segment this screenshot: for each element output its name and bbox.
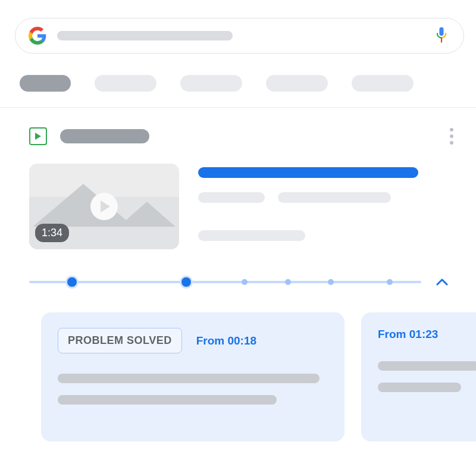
key-moments-timeline[interactable] (29, 277, 421, 287)
key-moment-cards: PROBLEM SOLVED From 00:18 From 01:23 (15, 312, 464, 441)
key-moment-card-2[interactable]: From 01:23 (361, 312, 476, 441)
tab-all[interactable] (20, 75, 71, 92)
microphone-icon[interactable] (435, 27, 448, 45)
key-moment-text-line (58, 395, 277, 405)
key-moment-chip: PROBLEM SOLVED (58, 328, 182, 353)
timeline-marker[interactable] (285, 279, 291, 285)
video-meta-1 (198, 192, 265, 203)
key-moments-timeline-row (15, 273, 464, 291)
tab-3[interactable] (180, 75, 242, 92)
video-metadata (198, 164, 464, 255)
key-moment-card-1[interactable]: PROBLEM SOLVED From 00:18 (41, 312, 345, 441)
video-meta-2 (278, 192, 391, 203)
timeline-marker-active[interactable] (181, 277, 191, 287)
more-options-icon[interactable] (447, 126, 456, 147)
video-duration: 1:34 (35, 224, 69, 242)
search-bar[interactable] (15, 18, 464, 54)
divider (0, 107, 476, 108)
search-input-placeholder[interactable] (57, 31, 233, 40)
timeline-marker[interactable] (387, 279, 393, 285)
video-thumbnail[interactable]: 1:34 (29, 164, 179, 249)
timeline-marker-active[interactable] (67, 277, 77, 287)
key-moment-text-line (378, 361, 476, 371)
key-moment-text-line (58, 374, 320, 383)
video-source-icon (29, 127, 47, 145)
tab-4[interactable] (266, 75, 328, 92)
result-header (15, 126, 464, 147)
google-logo-icon (29, 27, 46, 45)
key-moment-timestamp[interactable]: From 01:23 (378, 328, 438, 341)
video-result: 1:34 (15, 164, 464, 255)
play-icon (90, 193, 118, 220)
svg-marker-2 (35, 133, 41, 140)
collapse-button[interactable] (433, 273, 451, 291)
key-moment-text-line (378, 383, 461, 392)
video-meta-3 (198, 230, 305, 241)
timeline-marker[interactable] (242, 279, 248, 285)
svg-rect-0 (439, 27, 443, 36)
key-moment-timestamp[interactable]: From 00:18 (196, 334, 256, 347)
tab-5[interactable] (352, 75, 414, 92)
result-source-label[interactable] (60, 129, 149, 143)
search-tabs (15, 75, 464, 92)
timeline-marker[interactable] (328, 279, 334, 285)
video-title[interactable] (198, 167, 418, 178)
tab-2[interactable] (95, 75, 156, 92)
